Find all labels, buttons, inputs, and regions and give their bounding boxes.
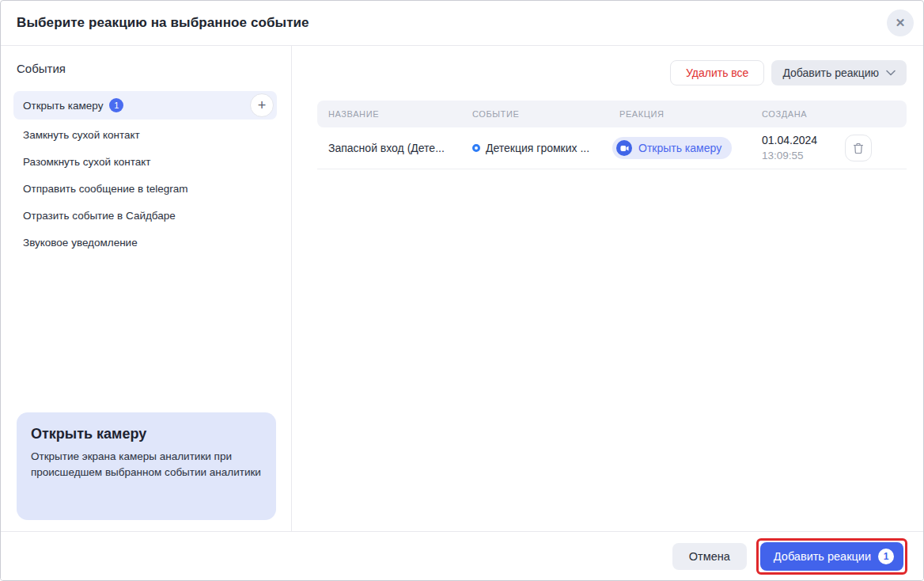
created-date: 01.04.2024 — [762, 132, 840, 148]
row-created: 01.04.2024 13:09:55 — [751, 132, 840, 164]
event-item-telegram-message[interactable]: Отправить сообщение в telegram — [13, 175, 277, 202]
events-sidebar-title: События — [17, 62, 277, 75]
add-reaction-dropdown[interactable]: Добавить реакцию — [771, 60, 907, 85]
column-header-created: СОЗДАНА — [751, 109, 840, 119]
submit-label: Добавить реакции — [774, 550, 871, 563]
event-item-open-camera[interactable]: Открыть камеру 1 + — [13, 91, 277, 120]
event-type-icon — [472, 144, 480, 152]
reactions-table: НАЗВАНИЕ СОБЫТИЕ РЕАКЦИЯ СОЗДАНА Запасно… — [317, 101, 907, 169]
row-reaction: Открыть камеру — [608, 137, 751, 159]
chevron-down-icon — [886, 70, 896, 76]
column-header-reaction: РЕАКЦИЯ — [608, 109, 751, 119]
created-time: 13:09:55 — [762, 148, 840, 164]
event-item-close-dry-contact[interactable]: Замкнуть сухой контакт — [13, 121, 277, 148]
plus-icon: + — [258, 98, 267, 112]
event-item-sidebar-event[interactable]: Отразить событие в Сайдбаре — [13, 202, 277, 229]
event-item-sound-notification[interactable]: Звуковое уведомление — [13, 229, 277, 256]
row-name: Запасной вход (Дете... — [317, 142, 461, 154]
event-list: Открыть камеру 1 + Замкнуть сухой контак… — [13, 91, 277, 256]
add-event-reaction-button[interactable]: + — [250, 93, 274, 117]
close-button[interactable]: ✕ — [887, 9, 914, 36]
row-event-label: Детекция громких ... — [486, 142, 589, 154]
delete-all-label: Удалить все — [686, 66, 748, 79]
event-item-open-dry-contact[interactable]: Разомкнуть сухой контакт — [13, 148, 277, 175]
reaction-tag: Открыть камеру — [612, 137, 732, 159]
reactions-panel: Удалить все Добавить реакцию НАЗВАНИЕ СО… — [292, 46, 923, 531]
table-header: НАЗВАНИЕ СОБЫТИЕ РЕАКЦИЯ СОЗДАНА — [317, 101, 907, 127]
cancel-label: Отмена — [689, 550, 730, 563]
row-actions — [840, 135, 907, 161]
close-icon: ✕ — [896, 16, 906, 30]
add-reactions-submit-button[interactable]: Добавить реакции 1 — [760, 542, 903, 571]
event-item-label: Отразить событие в Сайдбаре — [23, 210, 176, 222]
event-item-label: Звуковое уведомление — [23, 237, 138, 249]
column-header-event: СОБЫТИЕ — [461, 109, 608, 119]
delete-all-button[interactable]: Удалить все — [670, 60, 764, 85]
reactions-toolbar: Удалить все Добавить реакцию — [317, 60, 907, 85]
event-count-badge: 1 — [109, 98, 123, 112]
reaction-info-box: Открыть камеру Открытие экрана камеры ан… — [17, 412, 276, 520]
camera-icon — [616, 140, 632, 156]
info-box-description: Открытие экрана камеры аналитики при про… — [31, 449, 262, 481]
reaction-tag-label: Открыть камеру — [638, 142, 721, 154]
events-sidebar: События Открыть камеру 1 + Замкнуть сухо… — [1, 46, 292, 531]
submit-count-badge: 1 — [878, 549, 894, 564]
event-item-label: Открыть камеру — [23, 100, 103, 112]
event-item-label: Разомкнуть сухой контакт — [23, 156, 151, 168]
reaction-dialog: Выберите реакцию на выбранное событие ✕ … — [0, 0, 924, 581]
event-item-label: Отправить сообщение в telegram — [23, 183, 188, 195]
dialog-title: Выберите реакцию на выбранное событие — [17, 15, 309, 31]
cancel-button[interactable]: Отмена — [672, 543, 747, 570]
trash-icon — [853, 142, 864, 154]
dialog-body: События Открыть камеру 1 + Замкнуть сухо… — [1, 46, 923, 531]
red-highlight-annotation: Добавить реакции 1 — [756, 538, 907, 575]
delete-row-button[interactable] — [845, 135, 872, 161]
info-box-title: Открыть камеру — [31, 426, 262, 442]
event-item-label: Замкнуть сухой контакт — [23, 129, 140, 141]
column-header-name: НАЗВАНИЕ — [317, 109, 461, 119]
row-event: Детекция громких ... — [461, 142, 608, 154]
dialog-footer: Отмена Добавить реакции 1 — [1, 531, 923, 580]
table-row: Запасной вход (Дете... Детекция громких … — [317, 127, 907, 169]
add-reaction-label: Добавить реакцию — [782, 66, 879, 79]
dialog-header: Выберите реакцию на выбранное событие ✕ — [1, 1, 923, 46]
